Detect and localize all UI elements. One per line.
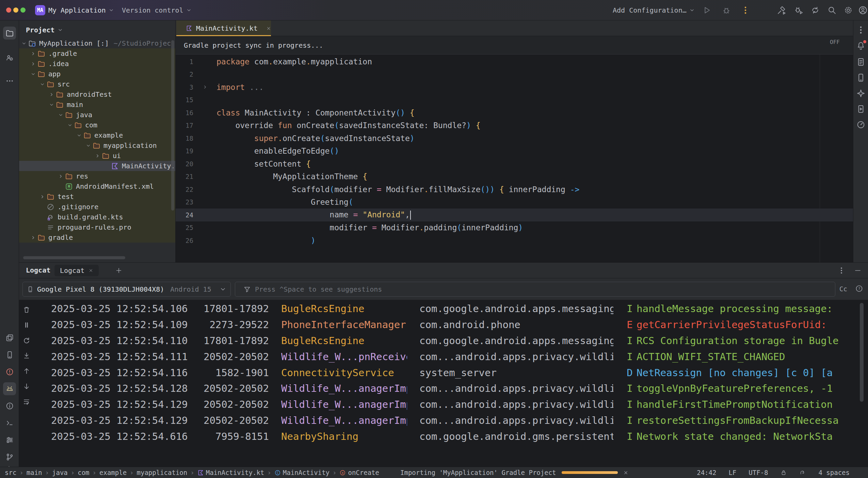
chevron-down-icon[interactable]: [48, 102, 55, 107]
window-zoom-button[interactable]: [20, 7, 26, 13]
version-control-button[interactable]: [3, 450, 16, 463]
device-manager-tool-button[interactable]: [3, 348, 16, 361]
project-tool-button[interactable]: [3, 27, 16, 40]
code-line-19[interactable]: 19 enableEdgeToEdge(): [176, 145, 853, 158]
match-case-toggle[interactable]: Cc: [839, 285, 847, 293]
notifications-button[interactable]: [856, 41, 866, 50]
commit-tool-button[interactable]: [3, 331, 16, 344]
code-with-me-button[interactable]: ?: [3, 51, 16, 64]
more-tool-windows-button[interactable]: [3, 74, 16, 87]
tree-item-myapplication[interactable]: myapplication: [19, 140, 176, 151]
file-encoding[interactable]: UTF-8: [749, 469, 768, 476]
project-vertical-scrollbar[interactable]: [171, 40, 174, 211]
scroll-to-end-button[interactable]: [22, 352, 31, 360]
breadcrumb-item-mainactivity-kt[interactable]: MainActivity.kt: [197, 469, 264, 476]
tree-item-androidmanifest-xml[interactable]: MAndroidManifest.xml: [19, 181, 176, 191]
app-quality-insights-button[interactable]: [3, 365, 16, 378]
chevron-right-icon[interactable]: [48, 92, 55, 97]
breadcrumb-item-myapplication[interactable]: myapplication: [137, 469, 188, 476]
tree-item-gradle[interactable]: .gradle: [19, 48, 176, 59]
device-manager-button[interactable]: [856, 73, 866, 82]
tree-item-proguard-rules-pro[interactable]: proguard-rules.pro: [19, 222, 176, 232]
editor-options-icon[interactable]: [856, 25, 866, 35]
next-occurrence-button[interactable]: [22, 382, 31, 390]
project-panel-header[interactable]: Project: [19, 20, 175, 37]
run-button[interactable]: [702, 5, 711, 15]
log-row[interactable]: 2025-03-25 12:52:54.12920502-20502Wildli…: [34, 413, 868, 429]
gemini-assistant-button[interactable]: [856, 89, 866, 98]
tree-item-androidtest[interactable]: androidTest: [19, 89, 176, 99]
project-horizontal-scrollbar[interactable]: [23, 256, 125, 259]
chevron-down-icon[interactable]: [39, 81, 46, 87]
code-line-20[interactable]: 20 setContent {: [176, 157, 853, 170]
logcat-tab[interactable]: Logcat: [54, 265, 99, 276]
log-row[interactable]: 2025-03-25 12:52:54.1161582-1901Connecti…: [34, 365, 868, 381]
tree-item-gitignore[interactable]: .gitignore: [19, 202, 176, 212]
vcs-menu[interactable]: Version control: [122, 0, 192, 20]
log-row[interactable]: 2025-03-25 12:52:54.12920502-20502Wildli…: [34, 397, 868, 413]
line-ending[interactable]: LF: [728, 469, 736, 476]
close-tab-icon[interactable]: [266, 26, 271, 31]
tree-item-mainactivity-kt[interactable]: MainActivity.kt: [19, 161, 176, 171]
window-close-button[interactable]: [6, 7, 11, 13]
read-only-lock-icon[interactable]: [780, 469, 787, 476]
chevron-right-icon[interactable]: [30, 235, 36, 240]
breadcrumb-item-com[interactable]: com: [78, 469, 89, 476]
pause-logcat-button[interactable]: [22, 321, 31, 329]
logcat-tool-button[interactable]: [3, 382, 16, 395]
log-row[interactable]: 2025-03-25 12:52:54.11017801-17892BugleR…: [34, 333, 868, 349]
chevron-right-icon[interactable]: [30, 61, 36, 66]
code-line-22[interactable]: 22 Scaffold(modifier = Modifier.fillMaxS…: [176, 183, 853, 196]
cancel-progress-icon[interactable]: [623, 470, 628, 475]
run-configuration-selector[interactable]: Add Configuration…: [613, 0, 695, 20]
log-row[interactable]: 2025-03-25 12:52:54.6167959-8151NearbySh…: [34, 428, 868, 444]
chevron-down-icon[interactable]: [85, 143, 92, 148]
breadcrumb-item-mainactivity[interactable]: CMainActivity: [274, 469, 329, 476]
chevron-down-icon[interactable]: [66, 122, 73, 128]
tree-item-example[interactable]: example: [19, 130, 176, 140]
search-everywhere-button[interactable]: [827, 5, 837, 15]
hide-logcat-icon[interactable]: [854, 266, 862, 275]
chevron-right-icon[interactable]: [30, 51, 36, 56]
chevron-down-icon[interactable]: [20, 41, 27, 46]
tree-item-idea[interactable]: .idea: [19, 59, 176, 69]
tree-item-ui[interactable]: ui: [19, 151, 176, 161]
chevron-right-icon[interactable]: [94, 153, 101, 158]
code-line-17[interactable]: 17 override fun onCreate(savedInstanceSt…: [176, 119, 853, 132]
inspection-highlight-toggle[interactable]: OFF: [830, 39, 840, 45]
log-row[interactable]: 2025-03-25 12:52:54.11120502-20502Wildli…: [34, 349, 868, 365]
code-line-21[interactable]: 21 MyApplicationTheme {: [176, 170, 853, 183]
breadcrumb-item-example[interactable]: example: [99, 469, 127, 476]
log-list[interactable]: 2025-03-25 12:52:54.10617801-17892BugleR…: [34, 301, 868, 444]
tree-item-gradle[interactable]: gradle: [19, 232, 176, 243]
tree-item-com[interactable]: com: [19, 120, 176, 130]
indent-setting[interactable]: 4 spaces: [818, 469, 850, 476]
close-logcat-tab-icon[interactable]: [89, 268, 93, 273]
code-line-25[interactable]: 25 modifier = Modifier.padding(innerPadd…: [176, 221, 853, 234]
logcat-filter-input[interactable]: Press ^Space to see suggestions: [235, 282, 835, 297]
profiler-button[interactable]: [856, 120, 866, 129]
breadcrumb-item-src[interactable]: src: [5, 469, 16, 476]
tree-item-myapplication[interactable]: MyApplication [:]~/StudioProjec: [19, 38, 176, 48]
tree-item-src[interactable]: src: [19, 79, 176, 89]
running-devices-button[interactable]: [856, 104, 866, 114]
tree-item-main[interactable]: main: [19, 99, 176, 110]
fold-icon[interactable]: [193, 84, 216, 90]
debug-button[interactable]: [722, 5, 731, 15]
new-logcat-tab-button[interactable]: [115, 267, 123, 274]
editor[interactable]: MainActivity.kt Gradle project sync in p…: [176, 20, 853, 262]
chevron-down-icon[interactable]: [30, 71, 36, 77]
code-line-23[interactable]: 23 Greeting(: [176, 196, 853, 209]
code-line-26[interactable]: 26 ): [176, 234, 853, 247]
soft-wrap-button[interactable]: [22, 398, 31, 406]
terminal-tool-button[interactable]: [3, 416, 16, 429]
clear-logcat-button[interactable]: [22, 306, 31, 314]
tree-item-test[interactable]: test: [19, 191, 176, 202]
log-row[interactable]: 2025-03-25 12:52:54.1092273-29522PhoneIn…: [34, 317, 868, 333]
breadcrumb-item-oncreate[interactable]: monCreate: [339, 469, 379, 476]
help-icon[interactable]: ?: [855, 284, 863, 293]
tree-item-build-gradle-kts[interactable]: build.gradle.kts: [19, 212, 176, 222]
chevron-right-icon[interactable]: [39, 194, 46, 199]
tree-item-res[interactable]: res: [19, 171, 176, 181]
code-line-1[interactable]: 1package com.example.myapplication: [176, 55, 853, 68]
